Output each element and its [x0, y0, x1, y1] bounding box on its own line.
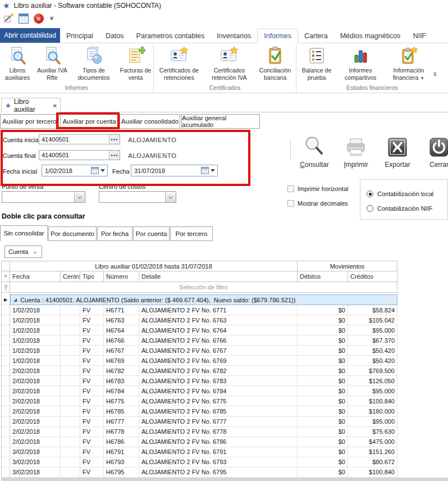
- cell-detalle[interactable]: ALOJAMIENTO 2 FV No. 6775: [139, 396, 298, 406]
- ribbon-item-auxiliar-iva-rfte[interactable]: Auxiliar IVA Rfte: [35, 45, 70, 84]
- tab-por-cuenta[interactable]: Por cuenta: [133, 226, 170, 241]
- cell-tipo[interactable]: FV: [80, 427, 104, 437]
- cell-creditos[interactable]: $95.000: [348, 386, 397, 396]
- checkbox-icon[interactable]: [287, 200, 294, 207]
- cell-fecha[interactable]: 2/02/2018: [10, 386, 61, 396]
- cell-detalle[interactable]: ALOJAMIENTO 2 FV No. 6784: [139, 386, 298, 396]
- table-row[interactable]: 1/02/2018 FV H6763 ALOJAMIENTO 2 FV No. …: [2, 315, 397, 325]
- cell-centro[interactable]: [61, 386, 80, 396]
- table-row[interactable]: 1/02/2018 FV H6769 ALOJAMIENTO 2 FV No. …: [2, 356, 397, 366]
- cell-numero[interactable]: H6763: [104, 315, 139, 325]
- cell-centro[interactable]: [61, 356, 80, 366]
- cell-creditos[interactable]: $95.000: [348, 325, 397, 335]
- table-row[interactable]: 1/02/2018 FV H6766 ALOJAMIENTO 2 FV No. …: [2, 335, 397, 346]
- tab-auxiliar-por-tercero[interactable]: Auxiliar por tercero: [0, 114, 59, 129]
- cell-detalle[interactable]: ALOJAMIENTO 2 FV No. 6791: [139, 447, 298, 457]
- table-row[interactable]: 3/02/2018 FV H6793 ALOJAMIENTO 2 FV No. …: [2, 457, 397, 468]
- tab-por-documento[interactable]: Por documento: [48, 226, 97, 241]
- cerrar-button[interactable]: Cerrar: [420, 134, 448, 176]
- cell-fecha[interactable]: 1/02/2018: [10, 356, 61, 366]
- cell-fecha[interactable]: 1/02/2018: [10, 325, 61, 335]
- tab-sin-consolidar[interactable]: Sin consolidar: [0, 225, 48, 241]
- lookup-ellipsis-button[interactable]: •••: [109, 151, 120, 160]
- cell-creditos[interactable]: $95.000: [348, 417, 397, 427]
- checkbox-imprimir-horizontal[interactable]: Imprimir horizontal: [287, 185, 348, 192]
- cell-debitos[interactable]: $0: [298, 406, 348, 416]
- cell-tipo[interactable]: FV: [80, 386, 104, 396]
- tab-parametros-contables[interactable]: Parametros contables: [130, 29, 211, 43]
- ribbon-item-balance-de-prueba[interactable]: Balance de prueba: [296, 45, 337, 84]
- cell-debitos[interactable]: $0: [298, 386, 348, 396]
- cell-centro[interactable]: [61, 447, 80, 457]
- cell-tipo[interactable]: FV: [80, 325, 104, 335]
- horizontal-scrollbar[interactable]: [1, 478, 448, 481]
- lookup-ellipsis-button[interactable]: •••: [109, 135, 120, 144]
- cell-creditos[interactable]: $50.420: [348, 346, 397, 356]
- table-row[interactable]: 3/02/2018 FV H6795 ALOJAMIENTO 2 FV No. …: [2, 468, 397, 478]
- tab-datos[interactable]: Datos: [99, 29, 130, 43]
- checkbox-mostrar-decimales[interactable]: Mostrar decimales: [287, 200, 348, 207]
- table-row[interactable]: 2/02/2018 FV H6777 ALOJAMIENTO 2 FV No. …: [2, 417, 397, 427]
- close-red-icon[interactable]: ✕: [34, 13, 44, 24]
- cell-debitos[interactable]: $0: [298, 335, 348, 346]
- column-header-centro[interactable]: Centro: [61, 271, 80, 282]
- cell-tipo[interactable]: FV: [80, 305, 104, 315]
- cell-detalle[interactable]: ALOJAMIENTO 2 FV No. 6785: [139, 406, 298, 416]
- cell-detalle[interactable]: ALOJAMIENTO 2 FV No. 6767: [139, 346, 298, 356]
- ribbon-item-informes-compartivos[interactable]: Informes compartivos: [337, 45, 384, 84]
- cell-fecha[interactable]: 2/02/2018: [10, 366, 61, 376]
- table-row[interactable]: 1/02/2018 FV H6767 ALOJAMIENTO 2 FV No. …: [2, 346, 397, 356]
- checkbox-icon[interactable]: [287, 185, 294, 192]
- imprimir-button[interactable]: Imprimir: [337, 134, 374, 176]
- table-row[interactable]: 2/02/2018 FV H6775 ALOJAMIENTO 2 FV No. …: [2, 396, 397, 406]
- cell-tipo[interactable]: FV: [80, 376, 104, 386]
- cell-creditos[interactable]: $67.370: [348, 335, 397, 346]
- tab-por-tercero[interactable]: Por tercero: [170, 226, 213, 241]
- cell-creditos[interactable]: $151.260: [348, 447, 397, 457]
- cell-fecha[interactable]: 1/02/2018: [10, 305, 61, 315]
- column-header-numero[interactable]: Número: [104, 271, 139, 282]
- cell-debitos[interactable]: $0: [298, 457, 348, 468]
- cell-debitos[interactable]: $0: [298, 346, 348, 356]
- expand-triangle-icon[interactable]: ◢: [13, 298, 17, 302]
- table-row[interactable]: 2/02/2018 FV H6786 ALOJAMIENTO 2 FV No. …: [2, 437, 397, 447]
- filter-row-text[interactable]: Selección de filtro: [10, 282, 397, 293]
- combo-dropdown-button[interactable]: [165, 192, 176, 202]
- fecha-final-value[interactable]: 31/07/2018: [131, 167, 201, 174]
- cell-tipo[interactable]: FV: [80, 396, 104, 406]
- cell-debitos[interactable]: $0: [298, 315, 348, 325]
- radio-1[interactable]: Contabilización NIIF: [367, 205, 432, 212]
- cell-fecha[interactable]: 1/02/2018: [10, 335, 61, 346]
- cell-numero[interactable]: H6767: [104, 346, 139, 356]
- column-header-detalle[interactable]: Detalle: [139, 271, 298, 282]
- table-row[interactable]: 1/02/2018 FV H6764 ALOJAMIENTO 2 FV No. …: [2, 325, 397, 335]
- cell-detalle[interactable]: ALOJAMIENTO 2 FV No. 6771: [139, 305, 298, 315]
- table-row[interactable]: 2/02/2018 FV H6782 ALOJAMIENTO 2 FV No. …: [2, 366, 397, 376]
- grid-group-row[interactable]: ▶ ◢ Cuenta : 41400501: ALOJAMIENTO (Sald…: [2, 294, 397, 305]
- table-row[interactable]: 2/02/2018 FV H6778 ALOJAMIENTO 2 FV No. …: [2, 427, 397, 437]
- cell-fecha[interactable]: 2/02/2018: [10, 427, 61, 437]
- group-by-cuenta-chip[interactable]: Cuenta ▲: [4, 246, 42, 258]
- column-header-fecha[interactable]: Fecha: [10, 271, 61, 282]
- cell-creditos[interactable]: $58.824: [348, 305, 397, 315]
- cell-detalle[interactable]: ALOJAMIENTO 2 FV No. 6764: [139, 325, 298, 335]
- tab-auxiliar-general-acumulado[interactable]: Auxiliar general acumulado: [181, 114, 260, 129]
- cell-numero[interactable]: H6784: [104, 386, 139, 396]
- ribbon-item-tipos-de-documentos[interactable]: Tipos de documentos: [70, 45, 118, 84]
- cell-tipo[interactable]: FV: [80, 417, 104, 427]
- cell-numero[interactable]: H6786: [104, 437, 139, 447]
- cell-fecha[interactable]: 2/02/2018: [10, 396, 61, 406]
- cell-creditos[interactable]: $80.672: [348, 457, 397, 468]
- cell-creditos[interactable]: $180.000: [348, 406, 397, 416]
- cell-fecha[interactable]: 1/02/2018: [10, 346, 61, 356]
- consultar-button[interactable]: Consultar: [296, 134, 333, 176]
- tab-por-fecha[interactable]: Por fecha: [97, 226, 132, 241]
- tab-auxiliar-por-cuenta[interactable]: Auxiliar por cuenta: [60, 114, 118, 129]
- cell-creditos[interactable]: $100.840: [348, 396, 397, 406]
- ribbon-item-informacion-financiera[interactable]: Información financiera ▼: [384, 45, 433, 84]
- ribbon-item-certificados-de-retenciones[interactable]: Certificados de retenciones: [154, 45, 204, 84]
- centro-de-costos-combo[interactable]: [99, 191, 176, 203]
- cell-detalle[interactable]: ALOJAMIENTO 2 FV No. 6769: [139, 356, 298, 366]
- cell-numero[interactable]: H6778: [104, 427, 139, 437]
- tab-principal[interactable]: Principal: [60, 29, 99, 43]
